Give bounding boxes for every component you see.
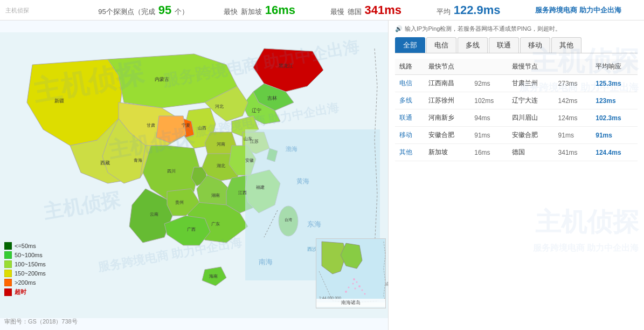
col-line: 线路 bbox=[395, 59, 424, 75]
header-brand: 服务跨境电商 助力中企出海 bbox=[535, 5, 621, 15]
legend-color-6 bbox=[4, 288, 12, 296]
svg-text:甘肃: 甘肃 bbox=[147, 123, 155, 128]
legend-color-2 bbox=[4, 251, 12, 259]
cell-line: 其他 bbox=[395, 144, 424, 161]
south-sea-inset-map: 1:44 000 000 南海诸岛 bbox=[316, 238, 386, 308]
svg-text:黑龙江: 黑龙江 bbox=[279, 63, 293, 68]
fastest-label: 最快 bbox=[224, 7, 238, 17]
legend-color-4 bbox=[4, 270, 12, 277]
svg-point-42 bbox=[355, 288, 356, 290]
cell-fastest-ms: 92ms bbox=[470, 75, 508, 92]
probes-label: 95个探测点（完成 bbox=[98, 7, 155, 17]
main: 主机侦探 主机侦探 主机侦探 服务跨境电商 助力中企出海 服务跨境电商 助力中企… bbox=[0, 20, 644, 330]
legend-item-6: 超时 bbox=[4, 288, 46, 296]
south-sea-label: 南海诸岛 bbox=[316, 299, 385, 307]
header-stats: 95个探测点（完成 95 个） 最快 新加坡 16ms 最慢 德国 341ms … bbox=[81, 3, 639, 17]
svg-text:江苏: 江苏 bbox=[250, 139, 259, 144]
tab-unicom[interactable]: 联通 bbox=[489, 37, 519, 53]
table-row: 其他 新加坡 16ms 德国 341ms 124.4ms bbox=[395, 144, 638, 161]
avg-block: 平均 122.9ms bbox=[437, 3, 501, 17]
cell-slowest-loc: 安徽合肥 bbox=[508, 127, 554, 144]
legend-color-5 bbox=[4, 279, 12, 286]
stats-table: 线路 最快节点 最慢节点 平均响应 电信 江西南昌 92ms 甘肃兰州 273m… bbox=[395, 59, 638, 161]
tab-multiline[interactable]: 多线 bbox=[458, 37, 488, 53]
fastest-location: 新加坡 bbox=[241, 7, 262, 17]
cell-slowest-ms: 273ms bbox=[554, 75, 592, 92]
cell-slowest-loc: 德国 bbox=[508, 144, 554, 161]
svg-point-44 bbox=[348, 287, 350, 288]
map-footer: 审图号：GS（2018）738号 bbox=[4, 318, 78, 326]
table-row: 联通 河南新乡 94ms 四川眉山 124ms 102.3ms bbox=[395, 109, 638, 127]
tab-bar: 全部 电信 多线 联通 移动 其他 bbox=[395, 37, 638, 53]
right-watermark-sub-2: 服务跨境电商 助力中企出海 bbox=[533, 243, 639, 254]
col-fastest-ms bbox=[470, 59, 508, 75]
svg-text:河南: 河南 bbox=[217, 142, 225, 147]
probes-count-block: 95个探测点（完成 95 个） bbox=[98, 3, 189, 17]
ping-notice-icon: 🔊 bbox=[395, 25, 403, 32]
slowest-block: 最慢 德国 341ms bbox=[330, 3, 402, 17]
svg-text:台湾: 台湾 bbox=[285, 218, 292, 222]
svg-point-45 bbox=[345, 291, 347, 293]
cell-avg: 123ms bbox=[591, 92, 638, 109]
cell-slowest-ms: 91ms bbox=[554, 127, 592, 144]
tab-other[interactable]: 其他 bbox=[551, 37, 581, 53]
right-panel: 主机侦探 服务跨境电商 助力中企出海 主机侦探 服务跨境电商 助力中企出海 🔊 … bbox=[388, 20, 644, 330]
svg-point-38 bbox=[353, 278, 355, 280]
cell-fastest-ms: 102ms bbox=[470, 92, 508, 109]
cell-fastest-loc: 江西南昌 bbox=[424, 75, 470, 92]
cell-slowest-loc: 甘肃兰州 bbox=[508, 75, 554, 92]
svg-text:湖北: 湖北 bbox=[217, 163, 225, 168]
legend-label-2: 50~100ms bbox=[15, 252, 43, 258]
col-slowest-node: 最慢节点 bbox=[508, 59, 554, 75]
svg-text:广东: 广东 bbox=[211, 222, 220, 226]
svg-text:渤海: 渤海 bbox=[286, 146, 297, 152]
svg-text:安徽: 安徽 bbox=[245, 158, 254, 163]
svg-point-43 bbox=[362, 290, 363, 291]
cell-line: 电信 bbox=[395, 75, 424, 92]
svg-text:黄海: 黄海 bbox=[296, 177, 309, 185]
legend-label-1: <=50ms bbox=[15, 243, 36, 249]
col-slowest-ms bbox=[554, 59, 592, 75]
map-legend: <=50ms 50~100ms 100~150ms 150~200ms >200… bbox=[4, 242, 46, 298]
cell-line: 移动 bbox=[395, 127, 424, 144]
cell-avg: 102.3ms bbox=[591, 109, 638, 127]
slowest-location: 德国 bbox=[348, 7, 362, 17]
svg-point-41 bbox=[358, 285, 361, 287]
col-fastest-node: 最快节点 bbox=[424, 59, 470, 75]
cell-slowest-loc: 四川眉山 bbox=[508, 109, 554, 127]
svg-text:江西: 江西 bbox=[238, 190, 247, 195]
table-row: 电信 江西南昌 92ms 甘肃兰州 273ms 125.3ms bbox=[395, 75, 638, 92]
svg-text:福建: 福建 bbox=[256, 185, 265, 190]
fastest-block: 最快 新加坡 16ms bbox=[224, 3, 295, 17]
cell-fastest-loc: 河南新乡 bbox=[424, 109, 470, 127]
svg-text:云南: 云南 bbox=[150, 212, 158, 217]
tab-mobile[interactable]: 移动 bbox=[520, 37, 550, 53]
svg-text:海南: 海南 bbox=[209, 274, 218, 279]
svg-text:河北: 河北 bbox=[215, 104, 224, 109]
svg-point-39 bbox=[356, 281, 358, 283]
svg-text:南海: 南海 bbox=[259, 258, 273, 266]
col-avg: 平均响应 bbox=[591, 59, 638, 75]
probes-unit: 个） bbox=[175, 7, 189, 17]
legend-color-1 bbox=[4, 242, 12, 250]
legend-item-2: 50~100ms bbox=[4, 251, 46, 259]
svg-text:山西: 山西 bbox=[198, 126, 206, 130]
header-logo-text: 主机侦探 bbox=[5, 7, 29, 13]
cell-fastest-ms: 94ms bbox=[470, 109, 508, 127]
svg-text:湖南: 湖南 bbox=[211, 193, 220, 198]
svg-text:吉林: 吉林 bbox=[267, 95, 277, 101]
tab-telecom[interactable]: 电信 bbox=[426, 37, 456, 53]
legend-item-5: >200ms bbox=[4, 279, 46, 286]
legend-label-5: >200ms bbox=[15, 279, 36, 286]
tab-all[interactable]: 全部 bbox=[395, 37, 425, 53]
svg-text:青海: 青海 bbox=[134, 158, 142, 163]
svg-text:四川: 四川 bbox=[167, 169, 176, 174]
header-logo: 主机侦探 bbox=[5, 6, 70, 15]
cell-fastest-ms: 16ms bbox=[470, 144, 508, 161]
legend-item-4: 150~200ms bbox=[4, 270, 46, 277]
cell-avg: 125.3ms bbox=[591, 75, 638, 92]
cell-slowest-ms: 124ms bbox=[554, 109, 592, 127]
fastest-value: 16ms bbox=[265, 3, 295, 17]
legend-label-6: 超时 bbox=[15, 288, 26, 296]
map-area: 主机侦探 主机侦探 主机侦探 服务跨境电商 助力中企出海 服务跨境电商 助力中企… bbox=[0, 20, 388, 330]
